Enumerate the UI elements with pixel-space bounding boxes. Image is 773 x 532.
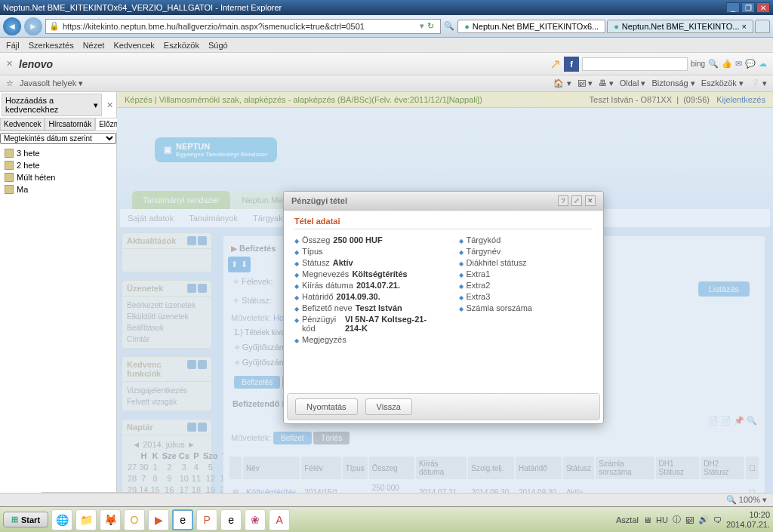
widget-link[interactable]: Elküldött üzenetek bbox=[127, 311, 207, 322]
modal-close-button[interactable]: ✕ bbox=[585, 195, 596, 206]
tray-icon[interactable]: ⓘ bbox=[673, 514, 681, 525]
table-header[interactable]: Összeg bbox=[369, 457, 414, 479]
menu-tanulmanyok[interactable]: Tanulmányok bbox=[189, 214, 238, 223]
torles-button[interactable]: Törlés bbox=[313, 432, 350, 444]
search-icon[interactable]: 🔍 bbox=[747, 416, 757, 425]
widget-link[interactable]: Felvett vizsgák bbox=[127, 396, 207, 407]
close-sidebar-icon[interactable]: ✕ bbox=[103, 100, 116, 110]
history-item[interactable]: Ma bbox=[2, 183, 115, 195]
search-input[interactable] bbox=[582, 57, 688, 71]
search-button-icon[interactable]: 🔍 bbox=[708, 59, 719, 69]
close-toolbar-icon[interactable]: ✕ bbox=[6, 59, 13, 69]
print-button[interactable]: Nyomtatás bbox=[295, 398, 358, 415]
dropdown-icon[interactable]: ▾ bbox=[420, 21, 424, 31]
table-header[interactable]: DH2 Státusz bbox=[701, 457, 744, 479]
table-header[interactable]: DH1 Státusz bbox=[656, 457, 700, 479]
page-menu[interactable]: Oldal ▾ bbox=[620, 78, 646, 88]
table-header[interactable]: Szolg.telj. bbox=[468, 457, 514, 479]
listazas-button[interactable]: Listázás bbox=[698, 281, 750, 297]
tray-clock[interactable]: 10:20 2014.07.21. bbox=[726, 510, 770, 528]
widget-icon[interactable] bbox=[187, 284, 196, 293]
export-icon[interactable]: 📄 bbox=[721, 416, 731, 425]
table-header[interactable]: Számla sorszáma bbox=[596, 457, 654, 479]
menu-view[interactable]: Nézet bbox=[83, 41, 105, 50]
print-icon[interactable]: 🖶 ▾ bbox=[599, 78, 614, 88]
table-header[interactable]: Félév bbox=[301, 457, 341, 479]
widget-icon[interactable] bbox=[198, 423, 207, 432]
menu-tools[interactable]: Eszközök bbox=[164, 41, 199, 50]
address-bar[interactable]: 🔒 https://kitekinto.neptun.bme.hu/hallgv… bbox=[45, 19, 441, 34]
forward-button[interactable]: ► bbox=[24, 17, 42, 35]
taskbar-explorer-icon[interactable]: 📁 bbox=[75, 509, 97, 530]
widget-link[interactable]: Vizsgajelentkezés bbox=[127, 385, 207, 396]
taskbar-app-icon[interactable]: ▶ bbox=[148, 509, 169, 530]
befizetes-button[interactable]: Befizetés bbox=[234, 376, 280, 389]
zoom-level[interactable]: 🔍 100% ▾ bbox=[726, 495, 767, 505]
history-view-select[interactable]: Megtekintés dátum szerint bbox=[0, 133, 116, 144]
tray-icon[interactable]: 🗟 bbox=[685, 515, 694, 524]
table-header[interactable]: Státusz bbox=[563, 457, 594, 479]
table-header[interactable]: Név bbox=[243, 457, 300, 479]
start-button[interactable]: ⊞ Start bbox=[3, 512, 48, 527]
toolbar-icon[interactable]: ⬇ bbox=[241, 260, 248, 269]
widget-icon[interactable] bbox=[187, 423, 196, 432]
back-button[interactable]: Vissza bbox=[365, 398, 412, 415]
history-item[interactable]: Múlt héten bbox=[2, 171, 115, 183]
help-icon[interactable]: ❔ ▾ bbox=[750, 78, 767, 88]
widget-icon[interactable] bbox=[198, 284, 207, 293]
history-item[interactable]: 2 hete bbox=[2, 159, 115, 171]
taskbar-outlook-icon[interactable]: O bbox=[124, 509, 145, 530]
widget-link[interactable]: Beállítások bbox=[127, 322, 207, 334]
browser-tab[interactable]: ● Neptun.Net BME_KITEKINTO... × bbox=[607, 20, 753, 33]
tray-icon[interactable]: 🗨 bbox=[713, 515, 722, 524]
menu-sajat-adatok[interactable]: Saját adatok bbox=[128, 214, 174, 223]
taskbar-powerpoint-icon[interactable]: P bbox=[196, 509, 217, 530]
chat-icon[interactable]: 💬 bbox=[745, 59, 756, 69]
taskbar-app2-icon[interactable]: ❀ bbox=[245, 509, 266, 530]
modal-help-button[interactable]: ? bbox=[558, 195, 568, 206]
modal-maximize-button[interactable]: ⤢ bbox=[571, 195, 582, 206]
widget-link[interactable]: Címtár bbox=[127, 334, 207, 345]
widget-icon[interactable] bbox=[187, 360, 196, 369]
minimize-button[interactable]: _ bbox=[726, 2, 740, 13]
facebook-icon[interactable]: f bbox=[564, 57, 579, 72]
maximize-button[interactable]: ❐ bbox=[741, 2, 755, 13]
tools-menu[interactable]: Eszközök ▾ bbox=[701, 78, 744, 88]
tab-tanulmanyi[interactable]: Tanulmányi rendszer bbox=[132, 191, 230, 209]
logout-link[interactable]: Kijelentkezés bbox=[716, 95, 765, 104]
like-icon[interactable]: 👍 bbox=[722, 59, 732, 69]
share-icon[interactable]: ↗ bbox=[550, 56, 561, 72]
menu-favorites[interactable]: Kedvencek bbox=[113, 41, 154, 50]
widget-icon[interactable] bbox=[198, 360, 207, 369]
taskbar-firefox-icon[interactable]: 🦊 bbox=[100, 509, 121, 530]
sidebar-tab-feeds[interactable]: Hírcsatornák bbox=[45, 118, 95, 131]
new-tab-button[interactable] bbox=[755, 20, 770, 33]
add-favorite-button[interactable]: Hozzáadás a kedvencekhez ▾ bbox=[2, 94, 102, 116]
export-icon[interactable]: 📄 bbox=[708, 416, 719, 425]
table-header[interactable]: Kiírás dátuma bbox=[416, 457, 467, 479]
history-item[interactable]: 3 hete bbox=[2, 147, 115, 159]
tray-desktop[interactable]: Asztal bbox=[616, 515, 639, 524]
tray-lang[interactable]: HU bbox=[656, 515, 668, 524]
toolbar-icon[interactable]: ⬆ bbox=[231, 260, 238, 269]
dropdown-icon[interactable]: ▾ bbox=[94, 100, 98, 110]
table-header[interactable]: Határidő bbox=[516, 457, 562, 479]
back-button[interactable]: ◄ bbox=[3, 17, 21, 35]
favorites-suggest[interactable]: Javasolt helyek ▾ bbox=[20, 78, 83, 88]
befizet-button[interactable]: Befizet bbox=[273, 432, 312, 444]
menu-file[interactable]: Fájl bbox=[6, 41, 20, 50]
star-icon[interactable]: ☆ bbox=[6, 78, 14, 88]
tray-monitor-icon[interactable]: 🖥 bbox=[643, 515, 651, 524]
browser-tab[interactable]: ● Neptun.Net BME_KITEKINTOx6... bbox=[457, 20, 605, 33]
skype-icon[interactable]: ☁ bbox=[759, 59, 767, 69]
menu-targyak[interactable]: Tárgyak bbox=[253, 214, 283, 223]
sidebar-tab-favorites[interactable]: Kedvencek bbox=[0, 118, 45, 131]
search-icon[interactable]: 🔍 bbox=[444, 21, 454, 31]
widget-icon[interactable] bbox=[187, 236, 196, 245]
close-button[interactable]: ✕ bbox=[756, 2, 770, 13]
security-menu[interactable]: Biztonság ▾ bbox=[651, 78, 694, 88]
refresh-icon[interactable]: ↻ bbox=[427, 21, 434, 31]
home-icon[interactable]: 🏠 ▾ bbox=[553, 78, 571, 88]
feed-icon[interactable]: 🗟 ▾ bbox=[577, 78, 593, 88]
menu-edit[interactable]: Szerkesztés bbox=[29, 41, 74, 50]
